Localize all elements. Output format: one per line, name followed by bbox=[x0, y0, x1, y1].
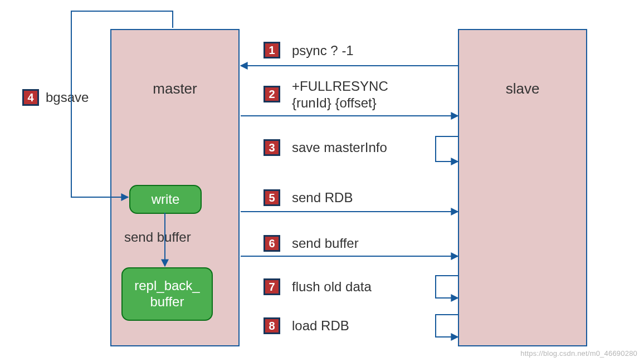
step-8-num: 8 bbox=[269, 320, 275, 332]
step-7-badge: 7 bbox=[264, 278, 280, 295]
write-node: write bbox=[129, 185, 202, 214]
step-3-num: 3 bbox=[269, 141, 275, 154]
step-6-label: send buffer bbox=[292, 235, 359, 252]
step-1-label: psync ? -1 bbox=[292, 42, 354, 59]
repl-back-buffer-node: repl_back_ buffer bbox=[121, 267, 213, 321]
buffer-label: repl_back_ buffer bbox=[134, 278, 199, 310]
step-3-label: save masterInfo bbox=[292, 139, 387, 156]
step-7-label: flush old data bbox=[292, 278, 372, 295]
step-5-num: 5 bbox=[269, 192, 275, 204]
loop-step-8 bbox=[436, 315, 458, 337]
step-4-badge: 4 bbox=[22, 89, 39, 106]
step-5-label: send RDB bbox=[292, 189, 353, 206]
internal-send-buffer-label: send buffer bbox=[124, 229, 191, 245]
step-8-badge: 8 bbox=[264, 317, 280, 334]
step-2-label: +FULLRESYNC {runId} {offset} bbox=[292, 78, 388, 111]
loop-step-3 bbox=[436, 136, 458, 162]
slave-node: slave bbox=[458, 29, 587, 346]
master-title: master bbox=[111, 80, 238, 97]
step-4-num: 4 bbox=[27, 91, 33, 104]
step-1-badge: 1 bbox=[264, 42, 280, 58]
step-1-num: 1 bbox=[269, 44, 275, 57]
step-6-badge: 6 bbox=[264, 235, 280, 252]
step-2-num: 2 bbox=[269, 88, 275, 101]
step-8-label: load RDB bbox=[292, 317, 349, 334]
write-label: write bbox=[152, 192, 180, 208]
step-2-badge: 2 bbox=[264, 86, 280, 102]
step-7-num: 7 bbox=[269, 281, 275, 293]
step-3-badge: 3 bbox=[264, 139, 280, 156]
step-4-label: bgsave bbox=[46, 89, 89, 106]
step-5-badge: 5 bbox=[264, 189, 280, 206]
slave-title: slave bbox=[459, 80, 586, 97]
loop-step-7 bbox=[436, 276, 458, 298]
watermark: https://blog.csdn.net/m0_46690280 bbox=[520, 349, 637, 358]
step-6-num: 6 bbox=[269, 237, 275, 250]
